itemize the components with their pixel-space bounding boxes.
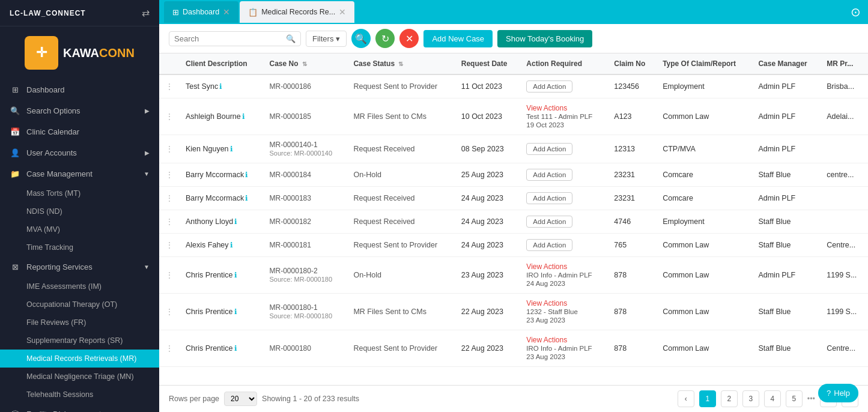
sidebar-item-label: Clinic Calendar (26, 127, 150, 136)
drag-cell: ⋮ (159, 234, 180, 257)
main-content: ⊞ Dashboard ✕ 📋 Medical Records Re... ✕ … (159, 0, 868, 412)
manager-cell: Admin PLF (752, 98, 821, 135)
help-button[interactable]: ? Help (818, 384, 858, 402)
prev-page-button[interactable]: ‹ (678, 390, 694, 407)
sidebar-toggle-icon[interactable]: ⇄ (142, 7, 150, 19)
sidebar-item-user-accounts[interactable]: 👤 User Accounts ▶ (0, 142, 159, 163)
sidebar-item-sr[interactable]: Supplementary Reports (SR) (0, 332, 159, 350)
add-action-button[interactable]: Add Action (526, 80, 572, 92)
action-cell: Add Action (520, 187, 608, 210)
table-row: ⋮ Anthony Lloydℹ MR-0000182 Request Rece… (159, 210, 868, 234)
info-icon[interactable]: ℹ (219, 82, 222, 91)
add-action-button[interactable]: Add Action (526, 169, 572, 181)
drag-handle-icon[interactable]: ⋮ (165, 112, 174, 121)
drag-cell: ⋮ (159, 98, 180, 135)
drag-handle-icon[interactable]: ⋮ (165, 193, 174, 203)
drag-handle-icon[interactable]: ⋮ (165, 240, 174, 250)
status-cell: Request Sent to Provider (347, 234, 455, 257)
drag-handle-icon[interactable]: ⋮ (165, 344, 174, 353)
sidebar-item-search-options[interactable]: 🔍 Search Options ▶ (0, 100, 159, 121)
client-name: Anthony Lloyd (186, 217, 233, 226)
show-booking-button[interactable]: Show Today's Booking (497, 30, 592, 47)
sidebar-item-label: User Accounts (26, 148, 139, 157)
drag-handle-icon[interactable]: ⋮ (165, 217, 174, 226)
sidebar-item-ts[interactable]: Telehealth Sessions (0, 386, 159, 404)
search-input[interactable] (174, 34, 282, 43)
folder-icon: 📁 (10, 169, 20, 178)
sidebar-item-facility-disbursement[interactable]: 🏛 Facility Disbursement ▼ (0, 404, 159, 412)
claim-type-cell: Employment (657, 74, 752, 98)
filters-button[interactable]: Filters ▾ (306, 31, 347, 47)
sidebar-item-ndis[interactable]: NDIS (ND) (0, 202, 159, 220)
claim-type-cell: Comcare (657, 187, 752, 210)
client-cell: Barry Mccormackℹ (180, 187, 264, 210)
user-icon: 👤 (10, 148, 20, 157)
page-3-button[interactable]: 3 (742, 390, 759, 407)
sidebar-item-clinic-calendar[interactable]: 📅 Clinic Calendar (0, 121, 159, 142)
sidebar-item-time-tracking[interactable]: Time Tracking (0, 238, 159, 256)
tab-dashboard-close[interactable]: ✕ (223, 7, 230, 17)
page-4-button[interactable]: 4 (764, 390, 781, 407)
logo-area: ✛ KAWACONN (0, 26, 159, 79)
pagination-bar: Rows per page 20 50 100 Showing 1 - 20 o… (159, 385, 868, 412)
view-actions-link[interactable]: View Actions (526, 336, 567, 344)
logo-text: KAWACONN (63, 46, 135, 60)
status-cell: On-Hold (347, 163, 455, 187)
user-account-icon[interactable]: ⊙ (851, 5, 861, 19)
search-box[interactable]: 🔍 (169, 31, 301, 46)
sidebar-item-case-management[interactable]: 📁 Case Management ▼ (0, 163, 159, 184)
tab-dashboard[interactable]: ⊞ Dashboard ✕ (164, 1, 238, 23)
add-action-button[interactable]: Add Action (526, 143, 572, 155)
info-icon[interactable]: ℹ (234, 344, 237, 353)
col-claim-type: Type Of Claim/Report (657, 53, 752, 74)
add-action-button[interactable]: Add Action (526, 192, 572, 204)
refresh-button[interactable]: ↻ (375, 29, 395, 48)
info-icon[interactable]: ℹ (230, 145, 233, 153)
page-1-button[interactable]: 1 (699, 390, 716, 407)
view-actions-link[interactable]: View Actions (526, 299, 567, 307)
sidebar-item-mn[interactable]: Medical Negligence Triage (MN) (0, 368, 159, 386)
info-icon[interactable]: ℹ (234, 271, 237, 279)
sidebar-item-mass-torts[interactable]: Mass Torts (MT) (0, 184, 159, 202)
manager-cell: Staff Blue (752, 210, 821, 234)
drag-handle-icon[interactable]: ⋮ (165, 144, 174, 154)
date-cell: 24 Aug 2023 (455, 210, 521, 234)
info-icon[interactable]: ℹ (245, 171, 248, 179)
drag-handle-icon[interactable]: ⋮ (165, 170, 174, 180)
tab-medical-records-close[interactable]: ✕ (339, 7, 346, 17)
info-icon[interactable]: ℹ (234, 217, 237, 226)
view-actions-link[interactable]: View Actions (526, 104, 567, 112)
sidebar-item-fr[interactable]: File Reviews (FR) (0, 314, 159, 332)
client-cell: Kien Nguyenℹ (180, 135, 264, 163)
info-icon[interactable]: ℹ (230, 241, 233, 249)
sidebar-item-dashboard[interactable]: ⊞ Dashboard (0, 79, 159, 100)
sidebar-item-ot[interactable]: Occupational Therapy (OT) (0, 295, 159, 314)
rows-per-page-select[interactable]: 20 50 100 (224, 392, 257, 406)
action-cell: Add Action (520, 163, 608, 187)
logo-kawa: KAWA (63, 46, 99, 59)
sidebar-header: LC-LAW_CONNECT ⇄ (0, 0, 159, 26)
action-date: 24 Aug 2023 (526, 280, 565, 287)
case-no: MR-0000183 (270, 194, 342, 202)
search-options-icon: 🔍 (10, 106, 20, 115)
drag-handle-icon[interactable]: ⋮ (165, 82, 174, 91)
info-icon[interactable]: ℹ (234, 307, 237, 316)
add-action-button[interactable]: Add Action (526, 239, 572, 251)
clear-button[interactable]: ✕ (399, 29, 419, 48)
sidebar: LC-LAW_CONNECT ⇄ ✛ KAWACONN ⊞ Dashboard … (0, 0, 159, 412)
drag-handle-icon[interactable]: ⋮ (165, 307, 174, 317)
info-icon[interactable]: ℹ (245, 194, 248, 202)
page-2-button[interactable]: 2 (721, 390, 738, 407)
add-action-button[interactable]: Add Action (526, 216, 572, 228)
sidebar-item-mva[interactable]: MVA (MV) (0, 220, 159, 238)
sidebar-item-ime[interactable]: IME Assessments (IM) (0, 277, 159, 295)
sidebar-item-reporting-services[interactable]: ⊠ Reporting Services ▼ (0, 256, 159, 277)
add-new-case-button[interactable]: Add New Case (423, 30, 493, 47)
info-icon[interactable]: ℹ (242, 112, 245, 121)
drag-handle-icon[interactable]: ⋮ (165, 270, 174, 280)
page-5-button[interactable]: 5 (786, 390, 803, 407)
search-button[interactable]: 🔍 (351, 29, 371, 48)
tab-medical-records[interactable]: 📋 Medical Records Re... ✕ (240, 1, 354, 23)
sidebar-item-mr[interactable]: Medical Records Retrievals (MR) (0, 350, 159, 368)
view-actions-link[interactable]: View Actions (526, 262, 567, 271)
